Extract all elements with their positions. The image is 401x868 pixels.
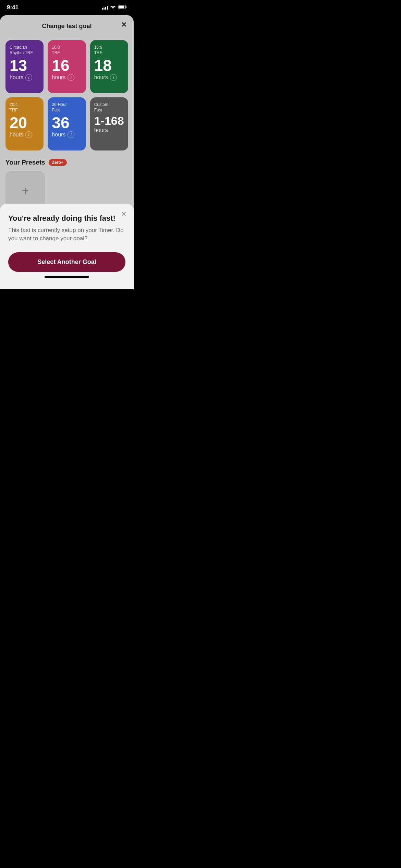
- wifi-icon: [110, 5, 116, 10]
- fast-card-thirtysix-unit: hours: [52, 132, 65, 138]
- status-bar: 9:41: [0, 0, 134, 15]
- fast-card-sixteen-label: 16:8TRF: [52, 45, 82, 56]
- fast-card-circadian-unit: hours: [10, 74, 23, 81]
- home-indicator: [45, 276, 89, 278]
- fast-card-thirtysix[interactable]: 36-HourFast 36 hours i: [48, 97, 86, 150]
- sheet-body: This fast is currently setup on your Tim…: [8, 226, 125, 243]
- modal-title: Change fast goal: [42, 23, 92, 30]
- fast-card-custom-label: CustomFast: [94, 102, 124, 113]
- fast-card-circadian[interactable]: CircadianRhythm TRF 13 hours i: [5, 40, 44, 93]
- fast-card-thirtysix-unit-row: hours i: [52, 131, 82, 138]
- sheet-title: You're already doing this fast!: [8, 214, 125, 223]
- fast-card-eighteen-number: 18: [94, 58, 124, 73]
- fast-card-thirtysix-info-icon[interactable]: i: [68, 131, 74, 138]
- presets-section: Your Presets Zero+ +: [0, 155, 134, 210]
- fast-card-sixteen[interactable]: 16:8TRF 16 hours i: [48, 40, 86, 93]
- fast-card-sixteen-number: 16: [52, 58, 82, 73]
- fast-card-twenty[interactable]: 20:4TRF 20 hours i: [5, 97, 44, 150]
- status-icons: [102, 5, 127, 10]
- add-preset-icon: +: [22, 185, 29, 197]
- fast-card-twenty-label: 20:4TRF: [10, 102, 39, 113]
- svg-rect-2: [119, 6, 124, 9]
- fasting-grid: CircadianRhythm TRF 13 hours i 16:8TRF 1…: [0, 33, 134, 155]
- fast-card-eighteen-label: 18:6TRF: [94, 45, 124, 56]
- change-fast-modal: Change fast goal ✕ CircadianRhythm TRF 1…: [0, 15, 134, 289]
- status-time: 9:41: [7, 4, 19, 11]
- fast-card-circadian-label: CircadianRhythm TRF: [10, 45, 39, 56]
- fast-card-twenty-number: 20: [10, 115, 39, 131]
- fast-card-twenty-info-icon[interactable]: i: [25, 131, 32, 138]
- svg-rect-1: [126, 6, 127, 8]
- battery-icon: [118, 5, 127, 10]
- fast-card-eighteen-info-icon[interactable]: i: [110, 74, 117, 81]
- fast-card-custom-unit: hours: [94, 127, 108, 133]
- bottom-sheet: ✕ You're already doing this fast! This f…: [0, 204, 134, 289]
- fast-card-twenty-unit: hours: [10, 132, 23, 138]
- presets-title: Your Presets: [5, 159, 45, 166]
- select-goal-button[interactable]: Select Another Goal: [8, 252, 125, 272]
- fast-card-custom[interactable]: CustomFast 1-168 hours: [90, 97, 128, 150]
- zero-plus-badge: Zero+: [49, 159, 67, 166]
- fast-card-sixteen-info-icon[interactable]: i: [68, 74, 74, 81]
- fast-card-circadian-unit-row: hours i: [10, 74, 39, 81]
- fast-card-thirtysix-label: 36-HourFast: [52, 102, 82, 113]
- fast-card-circadian-info-icon[interactable]: i: [25, 74, 32, 81]
- signal-icon: [102, 5, 108, 10]
- fast-card-eighteen-unit: hours: [94, 74, 108, 81]
- sheet-close-button[interactable]: ✕: [121, 210, 127, 218]
- fast-card-eighteen[interactable]: 18:6TRF 18 hours i: [90, 40, 128, 93]
- modal-header: Change fast goal ✕: [0, 15, 134, 33]
- presets-header: Your Presets Zero+: [5, 159, 128, 166]
- fast-card-sixteen-unit: hours: [52, 74, 65, 81]
- fast-card-eighteen-unit-row: hours i: [94, 74, 124, 81]
- modal-close-button[interactable]: ✕: [121, 21, 127, 28]
- fast-card-sixteen-unit-row: hours i: [52, 74, 82, 81]
- fast-card-twenty-unit-row: hours i: [10, 131, 39, 138]
- fast-card-circadian-number: 13: [10, 58, 39, 73]
- fast-card-custom-number: 1-168: [94, 115, 124, 126]
- fast-card-custom-unit-row: hours: [94, 127, 124, 133]
- fast-card-thirtysix-number: 36: [52, 115, 82, 131]
